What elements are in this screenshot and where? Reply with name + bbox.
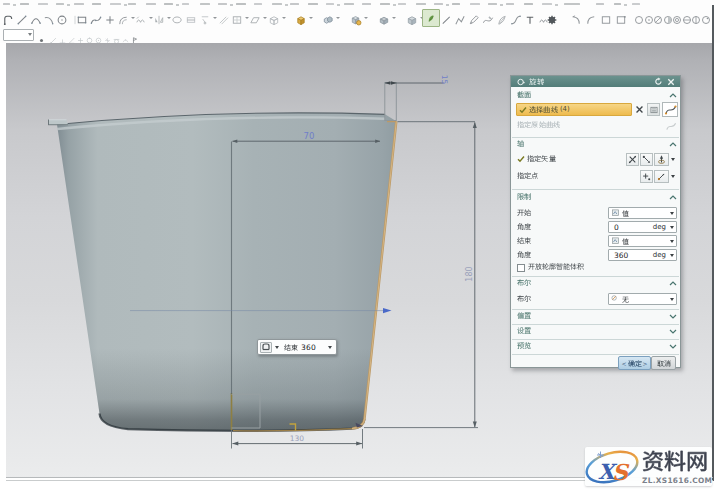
open-profile-checkbox[interactable]: [517, 264, 525, 272]
chevron-down-icon[interactable]: [671, 175, 675, 178]
angle-end-label: [517, 251, 531, 258]
end-combo[interactable]: [608, 235, 677, 247]
chevron-down-icon[interactable]: [670, 226, 674, 229]
chevron-down-icon[interactable]: [336, 17, 340, 19]
toolbar-icon-sketch-tool[interactable]: [422, 9, 440, 27]
dialog-separator: [512, 137, 679, 138]
vector-dialog-button[interactable]: [654, 153, 669, 166]
section-header-section[interactable]: [517, 91, 531, 98]
check-icon: [519, 106, 527, 114]
chevron-down-icon[interactable]: [670, 212, 674, 215]
ok-button-label: [628, 360, 642, 367]
point-button[interactable]: [654, 170, 669, 183]
clipped-icon-fragment: [176, 4, 179, 6]
section-header-axis[interactable]: [517, 140, 524, 147]
clipped-icon-fragment: [200, 3, 210, 5]
clipped-icon-fragment: [632, 3, 640, 5]
clipped-icon-fragment: [337, 4, 340, 6]
two-point-vector-button[interactable]: [640, 153, 653, 166]
end-angle-field[interactable]: 360deg: [608, 249, 677, 261]
dialog-icon: [517, 78, 525, 86]
onscreen-input-value[interactable]: 360: [301, 343, 316, 352]
section-header-boolean[interactable]: [517, 279, 531, 286]
chevron-down-icon[interactable]: [671, 158, 675, 161]
close-icon[interactable]: [667, 78, 675, 86]
select-curve-row[interactable]: (4): [516, 103, 632, 116]
onscreen-input-box[interactable]: 360: [257, 339, 337, 355]
inferred-vector-button[interactable]: [626, 153, 639, 166]
clipped-icon-fragment: [500, 4, 503, 6]
boolean-none-icon: [611, 294, 620, 304]
chevron-up-icon[interactable]: [669, 281, 677, 286]
section-header-preview[interactable]: [517, 342, 531, 349]
chevron-down-icon[interactable]: [309, 17, 313, 19]
chevron-down-icon[interactable]: [670, 254, 674, 257]
clipped-icon-fragment: [452, 3, 460, 5]
chevron-up-icon[interactable]: [669, 195, 677, 200]
chevron-down-icon[interactable]: [669, 344, 677, 349]
selection-scope-combo[interactable]: [3, 29, 34, 41]
watermark: X S ZL.XS1616.COM: [585, 447, 712, 486]
dialog-separator: [512, 354, 679, 355]
chevron-down-icon[interactable]: [364, 17, 368, 19]
reset-icon[interactable]: [654, 77, 663, 86]
end-angle-unit[interactable]: deg: [653, 251, 666, 259]
origin-curve-button[interactable]: [664, 119, 678, 132]
chevron-down-icon[interactable]: [263, 17, 267, 19]
list-button[interactable]: [647, 103, 660, 116]
chevron-down-icon[interactable]: [669, 314, 677, 319]
chevron-down-icon[interactable]: [282, 17, 286, 19]
section-header-limits[interactable]: [517, 193, 531, 200]
chevron-down-icon[interactable]: [328, 346, 332, 349]
clipped-icon-fragment: [146, 3, 156, 5]
start-angle[interactable]: 0: [614, 223, 619, 232]
chevron-down-icon: [28, 33, 32, 36]
chevron-down-icon[interactable]: [275, 346, 279, 349]
limit-mode-icon[interactable]: [260, 342, 272, 353]
clipped-icon-fragment: [555, 4, 558, 6]
clipped-icon-fragment: [67, 4, 70, 6]
section-header-offset[interactable]: [517, 312, 531, 319]
section-header-settings[interactable]: [517, 327, 531, 334]
toolbar-row-clipped: [0, 0, 714, 9]
chevron-down-icon[interactable]: [670, 240, 674, 243]
boolean-label: [517, 295, 531, 302]
start-angle-unit[interactable]: deg: [653, 223, 666, 231]
clipped-icon-fragment: [3, 3, 10, 5]
boolean-combo-value: [622, 296, 629, 303]
clipped-icon-fragment: [92, 3, 101, 5]
dialog-titlebar[interactable]: [511, 76, 680, 87]
watermark-letter-s: S: [612, 459, 630, 485]
boolean-combo[interactable]: [608, 293, 677, 305]
chevron-down-icon[interactable]: [670, 298, 674, 301]
chevron-down-icon[interactable]: [669, 329, 677, 334]
end-angle[interactable]: 360: [614, 251, 628, 260]
onscreen-input-label: [284, 344, 298, 351]
watermark-site-url: ZL.XS1616.COM: [642, 476, 712, 485]
select-curve-label: (4): [529, 106, 570, 114]
cancel-button[interactable]: [651, 356, 676, 370]
dialog-separator: [512, 339, 679, 340]
specify-origin-curve-label: [517, 121, 560, 128]
clipped-icon-fragment: [524, 3, 533, 5]
clipped-icon-fragment: [398, 3, 406, 5]
clipped-icon-fragment: [470, 3, 480, 5]
clipped-icon-fragment: [326, 3, 334, 5]
point-dialog-button[interactable]: [640, 170, 653, 183]
clipped-icon-fragment: [434, 3, 443, 5]
chevron-up-icon[interactable]: [669, 93, 677, 98]
clipped-icon-fragment: [446, 4, 449, 6]
start-angle-field[interactable]: 0deg: [608, 221, 677, 233]
toolbar-row-main: [0, 9, 714, 27]
start-combo[interactable]: [608, 207, 677, 219]
chevron-up-icon[interactable]: [669, 142, 677, 147]
curve-button[interactable]: [662, 102, 678, 117]
ok-button[interactable]: <>: [618, 356, 651, 370]
toolbar-area: [0, 0, 720, 43]
clipped-icon-fragment: [393, 4, 396, 6]
clipped-icon-fragment: [230, 4, 233, 6]
clipped-icon-fragment: [236, 3, 246, 5]
deselect-button[interactable]: [633, 103, 646, 116]
clipped-icon-fragment: [344, 3, 354, 5]
chevron-down-icon[interactable]: [392, 17, 396, 19]
